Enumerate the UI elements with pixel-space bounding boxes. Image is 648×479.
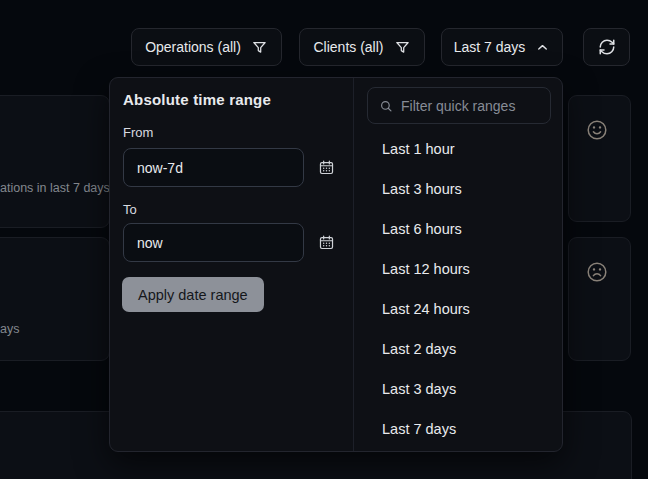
time-range-popover: Absolute time range From To Apply date r…: [109, 77, 563, 452]
refresh-icon: [598, 38, 616, 56]
from-input[interactable]: [123, 148, 304, 187]
quick-range-search[interactable]: [367, 87, 551, 124]
quick-range-item[interactable]: Last 12 hours: [354, 249, 563, 289]
quick-range-item[interactable]: Last 1 hour: [354, 129, 563, 169]
chevron-up-icon: [535, 40, 550, 55]
dashboard-card-top-right: [568, 95, 631, 222]
operations-filter-label: Operations (all): [145, 39, 241, 55]
quick-range-list: Last 1 hour Last 3 hours Last 6 hours La…: [354, 129, 563, 449]
quick-range-item-label: Last 6 hours: [382, 221, 462, 237]
to-input[interactable]: [123, 223, 304, 262]
dashboard-card-mid-left: [0, 237, 110, 361]
clients-filter-button[interactable]: Clients (all): [299, 28, 425, 66]
quick-range-item-label: Last 3 hours: [382, 181, 462, 197]
search-icon: [379, 99, 393, 113]
absolute-time-range-heading: Absolute time range: [123, 91, 271, 108]
quick-range-item[interactable]: Last 6 hours: [354, 209, 563, 249]
time-range-button[interactable]: Last 7 days: [441, 28, 563, 66]
calendar-icon[interactable]: [315, 156, 337, 178]
quick-range-item[interactable]: Last 3 hours: [354, 169, 563, 209]
quick-range-item-label: Last 1 hour: [382, 141, 455, 157]
refresh-button[interactable]: [583, 28, 630, 66]
quick-range-item-label: Last 2 days: [382, 341, 456, 357]
quick-range-item-label: Last 12 hours: [382, 261, 470, 277]
filter-icon: [251, 39, 268, 56]
quick-range-search-input[interactable]: [401, 98, 539, 114]
quick-ranges-section: Last 1 hour Last 3 hours Last 6 hours La…: [353, 78, 563, 451]
happy-face-icon: [585, 118, 609, 142]
card-caption-fragment: ations in last 7 days: [0, 181, 110, 195]
calendar-icon[interactable]: [315, 231, 337, 253]
card-caption-fragment: ays: [0, 322, 19, 336]
quick-range-item[interactable]: Last 3 days: [354, 369, 563, 409]
apply-date-range-button[interactable]: Apply date range: [122, 277, 264, 312]
quick-range-item-label: Last 24 hours: [382, 301, 470, 317]
quick-range-item-label: Last 3 days: [382, 381, 456, 397]
absolute-time-range-section: Absolute time range From To Apply date r…: [110, 78, 353, 451]
quick-range-item[interactable]: Last 24 hours: [354, 289, 563, 329]
time-range-label: Last 7 days: [454, 39, 526, 55]
dashboard-card-mid-right: [568, 237, 631, 361]
quick-range-item-label: Last 7 days: [382, 421, 456, 437]
clients-filter-label: Clients (all): [313, 39, 383, 55]
operations-filter-button[interactable]: Operations (all): [131, 28, 282, 66]
from-label: From: [123, 125, 153, 140]
to-label: To: [123, 202, 137, 217]
dashboard-card-top-left: [0, 95, 110, 228]
filter-icon: [394, 39, 411, 56]
quick-range-item[interactable]: Last 2 days: [354, 329, 563, 369]
quick-range-item[interactable]: Last 7 days: [354, 409, 563, 449]
sad-face-icon: [585, 260, 609, 284]
